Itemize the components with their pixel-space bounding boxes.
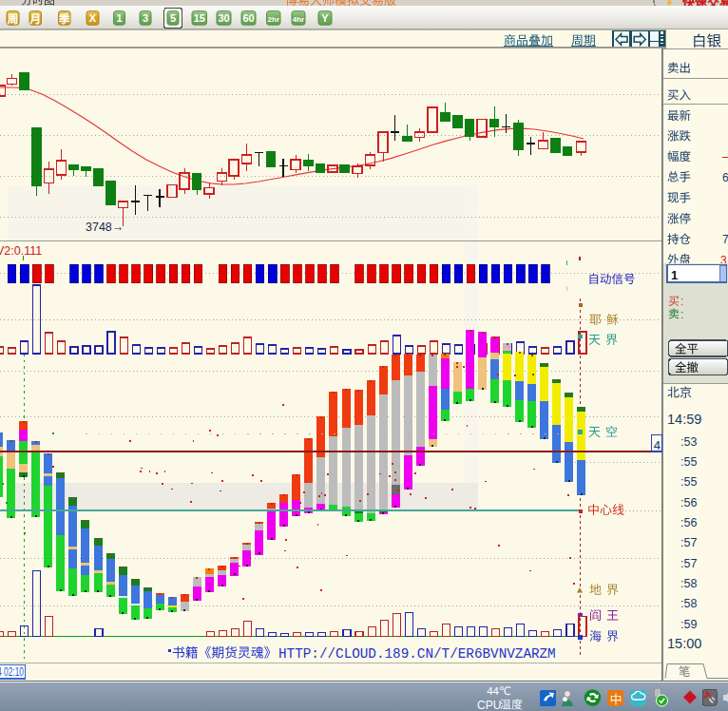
svg-text:5: 5 [170,12,176,24]
svg-text:3748→: 3748→ [86,221,124,234]
svg-text:2hr: 2hr [268,15,279,24]
svg-text::56: :56 [680,496,697,509]
svg-text:44℃: 44℃ [487,685,511,697]
svg-text:4hr: 4hr [293,15,304,24]
svg-text:HTTP://CLOUD.189.CN/T/ER6BVNVZ: HTTP://CLOUD.189.CN/T/ER6BVNVZARZM [278,646,556,662]
svg-text::59: :59 [680,618,697,631]
svg-text:7: 7 [722,233,728,246]
svg-text::: : [680,295,683,308]
svg-text:4 02:10: 4 02:10 [0,665,24,679]
svg-text::57: :57 [680,536,697,549]
svg-text:V2:0.111: V2:0.111 [0,244,42,258]
svg-text:14:59: 14:59 [667,412,701,427]
svg-text::58: :58 [680,597,697,610]
svg-text:15:00: 15:00 [667,636,701,651]
svg-text::58: :58 [680,577,697,590]
svg-text::56: :56 [680,516,697,529]
svg-text:4: 4 [654,438,661,452]
svg-text:6: 6 [722,171,728,184]
svg-text:1: 1 [671,268,678,282]
svg-text:1: 1 [116,12,122,24]
svg-text::55: :55 [680,475,697,489]
svg-text:X: X [89,12,97,24]
svg-text::: : [680,308,683,321]
svg-text::53: :53 [680,435,697,449]
svg-text:15: 15 [194,12,205,24]
svg-text:60: 60 [242,12,254,24]
svg-text::57: :57 [680,557,697,570]
svg-text:CPU: CPU [477,699,501,711]
svg-text:3: 3 [143,12,148,24]
svg-text:Y: Y [321,12,329,24]
svg-text::55: :55 [680,455,697,469]
svg-text:30: 30 [218,12,229,24]
svg-text:—: — [722,150,728,163]
